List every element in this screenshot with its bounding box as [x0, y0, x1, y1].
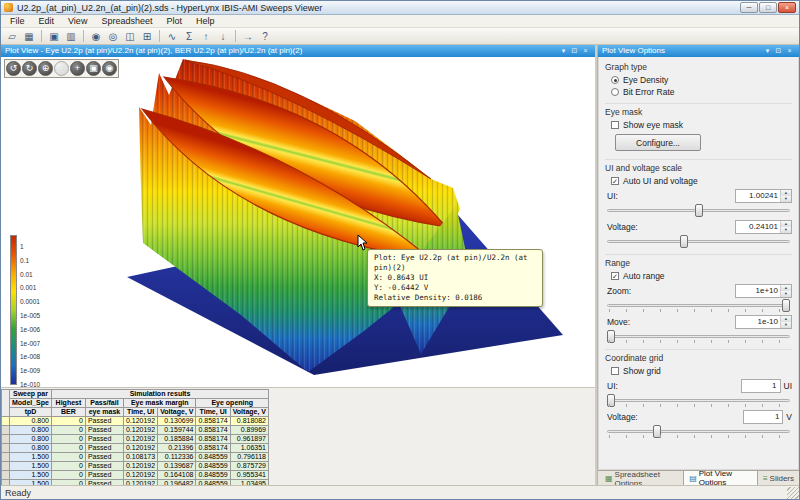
row-selector[interactable] — [2, 453, 10, 462]
tab-plot-view-options[interactable]: ▤Plot View Options — [683, 470, 758, 485]
cell[interactable]: Passed — [85, 453, 123, 462]
checkbox-show-grid[interactable]: Show grid — [611, 366, 792, 376]
menu-item-spreadsheet[interactable]: Spreadsheet — [94, 15, 159, 28]
cell[interactable]: 0.858174 — [196, 417, 230, 426]
menu-item-plot[interactable]: Plot — [159, 15, 189, 28]
voltage-spin-down-icon[interactable]: ▾ — [781, 227, 791, 233]
checkbox-auto-range[interactable]: ✓ Auto range — [611, 271, 792, 281]
zoom-spin-down-icon[interactable]: ▾ — [781, 291, 791, 297]
radio-bit-error-rate[interactable]: Bit Error Rate — [611, 87, 792, 97]
toolbar-help-icon[interactable]: ? — [257, 29, 273, 44]
plot-tool-zoom-icon[interactable]: ⊕ — [38, 61, 53, 76]
cell[interactable]: 0.800 — [10, 435, 52, 444]
cell[interactable]: 0 — [51, 435, 85, 444]
toolbar-sort-descending-icon[interactable]: ↓ — [215, 29, 231, 44]
voltage-scale-spinner[interactable]: 0.24101 ▴▾ — [735, 220, 792, 234]
cell[interactable]: 0.120192 — [123, 462, 157, 471]
toolbar-sort-ascending-icon[interactable]: ↑ — [198, 29, 214, 44]
checkbox-auto-ui-voltage[interactable]: ✓ Auto UI and voltage — [611, 176, 792, 186]
options-pane-close-icon[interactable]: × — [784, 45, 795, 57]
toolbar-open-icon[interactable]: ▱ — [4, 29, 20, 44]
cell[interactable]: 0.120192 — [123, 471, 157, 480]
grid-voltage-field[interactable]: 1 — [743, 410, 783, 424]
cell[interactable]: Passed — [85, 426, 123, 435]
tab-spreadsheet-options[interactable]: ▦Spreadsheet Options — [600, 472, 683, 485]
cell[interactable]: 0 — [51, 462, 85, 471]
move-spin-down-icon[interactable]: ▾ — [781, 322, 791, 328]
cell[interactable]: 0.21396 — [158, 444, 196, 453]
ui-scale-spinner[interactable]: 1.00241 ▴▾ — [735, 189, 792, 203]
row-selector[interactable] — [2, 435, 10, 444]
toolbar-link-views-icon[interactable]: ⊞ — [139, 29, 155, 44]
ui-spin-down-icon[interactable]: ▾ — [781, 196, 791, 202]
eye-density-surface[interactable] — [1, 57, 595, 387]
cell[interactable]: 1.500 — [10, 462, 52, 471]
cell[interactable]: 0.848559 — [196, 471, 230, 480]
cell[interactable]: 0.955341 — [230, 471, 268, 480]
row-selector[interactable] — [2, 462, 10, 471]
toolbar-copy-icon[interactable]: ▣ — [46, 29, 62, 44]
row-selector[interactable] — [2, 444, 10, 453]
zoom-slider[interactable] — [607, 299, 790, 312]
voltage-scale-value[interactable]: 0.24101 — [736, 221, 780, 233]
ui-scale-value[interactable]: 1.00241 — [736, 190, 780, 202]
menu-item-edit[interactable]: Edit — [32, 15, 62, 28]
cell[interactable]: Passed — [85, 462, 123, 471]
tab-sliders[interactable]: ≡Sliders — [758, 472, 799, 485]
cell[interactable]: Passed — [85, 417, 123, 426]
voltage-scale-slider[interactable] — [607, 235, 790, 248]
cell[interactable]: 0.848559 — [196, 453, 230, 462]
cell[interactable]: Passed — [85, 471, 123, 480]
plot-tool-spin-icon[interactable]: ◉ — [102, 61, 117, 76]
minimize-button[interactable]: ─ — [740, 2, 758, 13]
zoom-spinner[interactable]: 1e+10 ▴▾ — [735, 284, 792, 298]
cell[interactable]: 0.858174 — [196, 426, 230, 435]
cell[interactable]: 0.120192 — [123, 417, 157, 426]
plot-tool-reset-view-icon[interactable]: ▣ — [86, 61, 101, 76]
row-selector[interactable] — [2, 417, 10, 426]
cell[interactable]: 0.800 — [10, 444, 52, 453]
ui-scale-slider[interactable] — [607, 204, 790, 217]
cell[interactable]: 0.120192 — [123, 444, 157, 453]
close-button[interactable]: × — [778, 2, 796, 13]
cell[interactable]: 0.858174 — [196, 444, 230, 453]
cell[interactable]: 0.159744 — [158, 426, 196, 435]
cell[interactable]: 0.800 — [10, 426, 52, 435]
row-selector[interactable] — [2, 471, 10, 480]
toolbar-bit-error-rate-icon[interactable]: ◎ — [105, 29, 121, 44]
row-selector[interactable] — [2, 426, 10, 435]
resize-grip[interactable] — [787, 487, 799, 499]
plot-tool-rotate-right-icon[interactable]: ↻ — [22, 61, 37, 76]
cell[interactable]: 0.89969 — [230, 426, 268, 435]
plot-tool-rotate-left-icon[interactable]: ↺ — [6, 61, 21, 76]
menu-item-view[interactable]: View — [61, 15, 94, 28]
cell[interactable]: Passed — [85, 435, 123, 444]
grid-ui-slider[interactable] — [607, 394, 790, 407]
cell[interactable]: 0.112336 — [158, 453, 196, 462]
cell[interactable]: 0.108173 — [123, 453, 157, 462]
menu-item-file[interactable]: File — [3, 15, 32, 28]
cell[interactable]: 1.500 — [10, 453, 52, 462]
toolbar-plot-view-icon[interactable]: ◫ — [122, 29, 138, 44]
cell[interactable]: 0.185884 — [158, 435, 196, 444]
toolbar-eye-density-icon[interactable]: ◉ — [88, 29, 104, 44]
cell[interactable]: 0.961897 — [230, 435, 268, 444]
grid-voltage-slider[interactable] — [607, 425, 790, 438]
maximize-button[interactable]: □ — [759, 2, 777, 13]
zoom-value[interactable]: 1e+10 — [736, 285, 780, 297]
cell[interactable]: 0.796118 — [230, 453, 268, 462]
cell[interactable]: 0.120192 — [123, 435, 157, 444]
grid-ui-field[interactable]: 1 — [741, 379, 781, 393]
cell[interactable]: 0 — [51, 426, 85, 435]
plot-pane-close-icon[interactable]: × — [580, 45, 591, 57]
plot-pane-float-icon[interactable]: ⊡ — [569, 45, 580, 57]
move-value[interactable]: 1e-10 — [736, 316, 780, 328]
cell[interactable]: 0 — [51, 444, 85, 453]
cell[interactable]: 1.06351 — [230, 444, 268, 453]
radio-eye-density[interactable]: Eye Density — [611, 75, 792, 85]
move-slider[interactable] — [607, 330, 790, 343]
cell[interactable]: 0.120192 — [123, 426, 157, 435]
cell[interactable]: 0.164108 — [158, 471, 196, 480]
toolbar-export-icon[interactable]: → — [240, 29, 256, 44]
toolbar-save-icon[interactable]: ▦ — [21, 29, 37, 44]
